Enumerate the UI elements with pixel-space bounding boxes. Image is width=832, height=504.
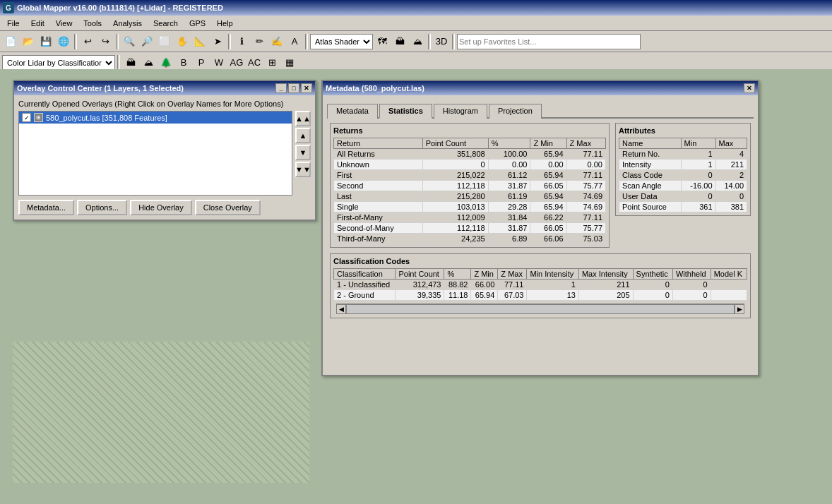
lidar-btn2[interactable]: ⛰ [140,54,157,71]
attr-col-min: Min [681,138,715,149]
options-button[interactable]: Options... [77,200,127,215]
metadata-close[interactable]: ✕ [744,83,755,93]
returns-cell: 77.11 [566,170,605,181]
overlay-move-up[interactable]: ▲ [295,128,311,143]
extent-btn[interactable]: ⬜ [156,33,173,50]
tab-projection[interactable]: Projection [489,104,542,119]
lidar-btn8[interactable]: AC [246,54,263,71]
tab-statistics[interactable]: Statistics [379,104,432,119]
tab-metadata[interactable]: Metadata [327,104,378,119]
lidar-btn10[interactable]: ▦ [281,54,298,71]
overlay-minimize[interactable]: _ [275,83,287,93]
attributes-cell: 0 [681,170,715,181]
menu-file[interactable]: File [1,18,25,29]
scroll-track[interactable] [346,304,735,314]
returns-box: Returns Return Point Count % Z Min Z [330,123,610,248]
menu-search[interactable]: Search [148,18,184,29]
toolbar-sep-1 [74,34,77,49]
menu-help[interactable]: Help [211,18,239,29]
overlay-checkbox[interactable]: ✓ [22,113,31,122]
lidar-sep-1 [117,55,120,71]
metadata-button[interactable]: Metadata... [18,200,74,215]
lidar-btn6[interactable]: W [210,54,227,71]
label-btn[interactable]: A [286,33,303,50]
overlay-move-top[interactable]: ▲▲ [295,111,311,126]
lidar-btn9[interactable]: ⊞ [263,54,280,71]
classification-cell: 65.94 [471,290,498,301]
attributes-cell: 14.00 [715,181,747,191]
favorites-input[interactable] [457,34,641,49]
shader-btn3[interactable]: ⛰ [409,33,426,50]
menu-tools[interactable]: Tools [78,18,107,29]
returns-cell: 61.12 [488,170,530,181]
classification-title: Classification Codes [333,257,747,265]
measure-btn[interactable]: 📐 [191,33,208,50]
overlay-grid-icon: ⊞ [34,113,43,122]
main-toolbar: 📄 📂 💾 🌐 ↩ ↪ 🔍 🔎 ⬜ ✋ 📐 ➤ ℹ ✏ ✍ A Atlas Sh… [0,31,832,52]
tab-histogram[interactable]: Histogram [434,104,487,119]
overlay-maximize[interactable]: □ [288,83,299,93]
scroll-right[interactable]: ▶ [735,304,744,314]
returns-cell: Second [334,181,423,191]
attributes-cell: 2 [715,170,747,181]
attributes-cell: Intensity [619,160,682,170]
returns-cell: 75.77 [566,223,605,234]
returns-row: Second-of-Many112,11831.8766.0575.77 [334,223,606,234]
returns-row: First215,02261.1265.9477.11 [334,170,606,181]
classification-cell: 205 [578,290,633,301]
horizontal-scrollbar: ◀ ▶ [336,304,744,313]
select-btn[interactable]: ➤ [209,33,226,50]
lidar-btn1[interactable]: 🏔 [122,54,139,71]
lidar-btn4[interactable]: B [175,54,192,71]
info-btn[interactable]: ℹ [233,33,250,50]
returns-cell: 75.03 [566,234,605,244]
overlay-close[interactable]: ✕ [301,83,312,93]
menu-edit[interactable]: Edit [25,18,50,29]
menu-view[interactable]: View [50,18,78,29]
attributes-box: Attributes Name Min Max Return No.14Inte [615,123,751,216]
menu-analysis[interactable]: Analysis [107,18,148,29]
globe-btn[interactable]: 🌐 [55,33,72,50]
class-col-header: Point Count [396,269,444,280]
classification-cell [711,280,747,290]
class-col-header: Classification [334,269,396,280]
overlay-move-down[interactable]: ▼ [295,145,311,160]
edit-btn[interactable]: ✏ [251,33,268,50]
returns-cell: 0 [422,160,488,170]
lidar-color-select[interactable]: Color Lidar by Classification [2,55,115,71]
zoom-out-btn[interactable]: 🔎 [138,33,155,50]
lidar-btn5[interactable]: P [193,54,210,71]
shader-select[interactable]: Atlas Shader [310,34,373,49]
draw-btn[interactable]: ✍ [268,33,285,50]
lidar-btn3[interactable]: 🌲 [158,54,174,71]
overlay-list-item[interactable]: ✓ ⊞ 580_polycut.las [351,808 Features] [19,112,292,124]
menu-gps[interactable]: GPS [184,18,211,29]
new-btn[interactable]: 📄 [2,33,19,50]
hide-overlay-button[interactable]: Hide Overlay [130,200,192,215]
returns-cell: 0.00 [566,160,605,170]
classification-cell [711,290,747,301]
shader-btn2[interactable]: 🏔 [391,33,408,50]
metadata-content: Metadata Statistics Histogram Projection… [323,95,758,327]
col-zmax: Z Max [566,138,605,149]
save-btn[interactable]: 💾 [37,33,54,50]
zoom-in-btn[interactable]: 🔍 [121,33,138,50]
attributes-cell: 0 [715,191,747,202]
redo-btn[interactable]: ↪ [97,33,114,50]
menu-bar: File Edit View Tools Analysis Search GPS… [0,16,832,31]
returns-cell: 0.00 [530,160,566,170]
returns-row: Single103,01329.2865.9474.69 [334,202,606,212]
overlay-move-bottom[interactable]: ▼▼ [295,162,311,177]
pan-btn[interactable]: ✋ [174,33,191,50]
undo-btn[interactable]: ↩ [79,33,96,50]
open-btn[interactable]: 📂 [20,33,37,50]
scroll-left[interactable]: ◀ [336,304,346,314]
shader-btn1[interactable]: 🗺 [374,33,391,50]
classification-cell: 13 [527,290,578,301]
returns-cell: 66.22 [530,212,566,223]
attributes-cell: 211 [715,160,747,170]
lidar-btn7[interactable]: AG [228,54,245,71]
close-overlay-button[interactable]: Close Overlay [195,200,261,215]
classification-table: ClassificationPoint Count%Z MinZ MaxMin … [333,268,747,301]
3d-btn[interactable]: 3D [433,33,450,50]
